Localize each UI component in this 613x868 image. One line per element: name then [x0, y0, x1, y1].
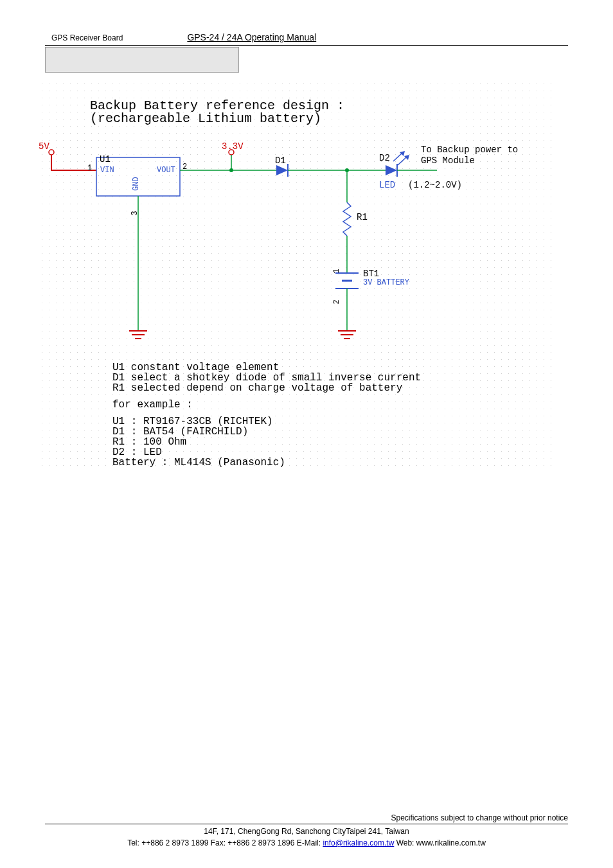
schematic: Backup Battery reference design : (recha… [39, 80, 553, 472]
header-product: GPS Receiver Board [45, 33, 123, 44]
label-r1: R1 [357, 212, 368, 222]
label-pin1: 1 [87, 164, 92, 173]
header-divider [45, 45, 568, 46]
label-bt1-desc: 3V BATTERY [363, 278, 409, 287]
footer-notice: Specifications subject to change without… [45, 813, 568, 824]
label-bt1: BT1 [363, 269, 379, 279]
header-title: GPS-24 / 24A Operating Manual [187, 32, 316, 44]
label-3v3: 3.3V [222, 141, 244, 152]
label-pin2: 2 [182, 163, 187, 172]
label-led: LED [379, 180, 395, 190]
label-bt-pin1: 1 [332, 269, 341, 273]
for-example: for example : [112, 399, 193, 411]
label-out1: To Backup power to [421, 145, 518, 155]
label-5v: 5V [39, 141, 49, 152]
footer-divider [45, 824, 568, 824]
footer-tel: Tel: ++886 2 8973 1899 Fax: ++886 2 8973… [127, 838, 323, 847]
label-out2: GPS Module [421, 155, 475, 166]
label-bt-pin2: 2 [332, 299, 341, 304]
label-vout: VOUT [157, 166, 175, 175]
footer-address: 14F, 171, ChengGong Rd, Sanchong CityTai… [204, 827, 409, 836]
svg-marker-4 [276, 165, 288, 175]
footer-web: Web: www.rikaline.com.tw [394, 838, 485, 847]
svg-line-11 [398, 157, 406, 165]
label-d1: D1 [275, 155, 286, 166]
svg-marker-12 [404, 155, 409, 160]
svg-marker-7 [386, 165, 397, 175]
label-gnd: GND [132, 177, 141, 191]
label-led-voltage: (1.2~2.0V) [408, 180, 462, 190]
label-pin3: 3 [130, 211, 139, 215]
ex-batt: Battery : ML414S (Panasonic) [112, 457, 285, 468]
label-vin: VIN [100, 166, 114, 175]
footer: Specifications subject to change without… [45, 813, 568, 849]
label-u1: U1 [100, 154, 111, 164]
svg-line-9 [393, 154, 402, 161]
notes-r1: R1 selected depend on charge voltage of … [112, 382, 402, 394]
label-d2: D2 [379, 153, 390, 163]
svg-marker-10 [400, 151, 405, 156]
footer-email-link[interactable]: info@rikaline.com.tw [323, 838, 394, 847]
gray-box [45, 47, 239, 73]
schematic-svg [39, 80, 553, 382]
svg-point-0 [49, 150, 54, 155]
